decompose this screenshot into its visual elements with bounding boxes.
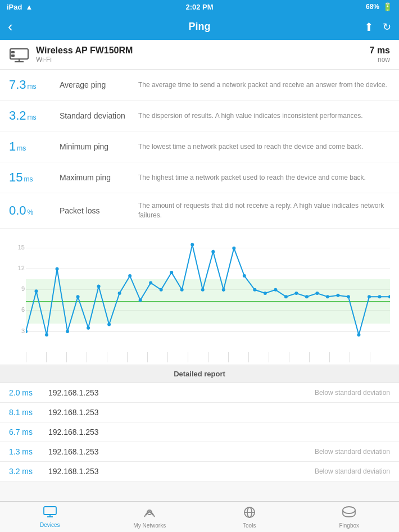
stat-desc: The lowest time a network packet used to… bbox=[138, 142, 390, 152]
report-row: 3.2 ms 192.168.1.253 Below standard devi… bbox=[0, 462, 399, 481]
chart-container: 1512963 bbox=[9, 234, 390, 352]
stat-num: 1 bbox=[9, 139, 16, 154]
device-type: Wi-Fi bbox=[36, 56, 133, 63]
device-right: 7 ms now bbox=[370, 46, 390, 63]
stat-label: Packet loss bbox=[60, 206, 138, 215]
svg-point-22 bbox=[201, 288, 205, 291]
stat-unit: ms bbox=[24, 175, 33, 183]
report-ms: 3.2 ms bbox=[9, 467, 48, 476]
report-tag: Below standard deviation bbox=[315, 389, 390, 397]
tab-label: Fingbox bbox=[339, 522, 359, 529]
svg-point-39 bbox=[378, 295, 381, 298]
status-bar: iPad ▲ 2:02 PM 68% 🔋 bbox=[0, 0, 399, 13]
x-tick bbox=[66, 352, 87, 362]
chart-y-label: 15 bbox=[9, 244, 25, 251]
stat-value: 1 ms bbox=[9, 139, 60, 154]
svg-point-33 bbox=[315, 292, 319, 295]
battery-label: 68% bbox=[366, 3, 379, 11]
stat-num: 0.0 bbox=[9, 203, 26, 218]
report-ms: 8.1 ms bbox=[9, 408, 48, 417]
svg-point-21 bbox=[191, 243, 194, 246]
carrier-label: iPad bbox=[7, 3, 22, 11]
report-row: 6.7 ms 192.168.1.253 bbox=[0, 422, 399, 442]
tab-item-tools[interactable]: Tools bbox=[200, 502, 300, 532]
tab-label: My Networks bbox=[133, 522, 166, 529]
tab-icon-my networks bbox=[143, 506, 156, 521]
svg-point-34 bbox=[326, 295, 329, 298]
stat-label: Standard deviation bbox=[60, 111, 138, 120]
report-ip: 192.168.1.253 bbox=[48, 447, 315, 456]
x-tick bbox=[46, 352, 66, 362]
stat-label: Maximum ping bbox=[60, 173, 138, 182]
stat-value: 0.0 % bbox=[9, 203, 60, 218]
svg-point-17 bbox=[149, 281, 152, 284]
svg-point-12 bbox=[97, 284, 101, 288]
x-tick bbox=[228, 352, 248, 362]
x-tick bbox=[350, 352, 370, 362]
svg-point-20 bbox=[180, 288, 184, 291]
tab-item-fingbox[interactable]: Fingbox bbox=[300, 502, 400, 532]
device-name: Wireless AP FW150RM bbox=[36, 46, 133, 56]
back-button[interactable]: ‹ bbox=[8, 18, 13, 35]
stat-value: 3.2 ms bbox=[9, 108, 60, 123]
report-ms: 6.7 ms bbox=[9, 428, 48, 436]
svg-point-31 bbox=[294, 292, 298, 295]
device-header: Wireless AP FW150RM Wi-Fi 7 ms now bbox=[0, 40, 399, 70]
stat-unit: ms bbox=[28, 83, 37, 90]
x-tick bbox=[248, 352, 269, 362]
tab-label: Devices bbox=[40, 522, 60, 528]
stat-row: 1 ms Minimum ping The lowest time a netw… bbox=[0, 131, 399, 162]
svg-point-8 bbox=[56, 267, 59, 270]
x-tick bbox=[26, 352, 46, 362]
stat-row: 15 ms Maximum ping The highest time a ne… bbox=[0, 162, 399, 193]
report-ms: 2.0 ms bbox=[9, 388, 48, 397]
report-row: 1.3 ms 192.168.1.253 Below standard devi… bbox=[0, 442, 399, 462]
svg-point-30 bbox=[284, 295, 288, 298]
report-rows: 2.0 ms 192.168.1.253 Below standard devi… bbox=[0, 383, 399, 481]
battery-icon: 🔋 bbox=[383, 2, 392, 11]
x-tick bbox=[329, 352, 350, 362]
chart-y-label: 9 bbox=[9, 285, 25, 292]
svg-point-26 bbox=[243, 274, 246, 278]
svg-point-40 bbox=[388, 295, 390, 298]
stat-desc: The dispersion of results. A high value … bbox=[138, 111, 390, 121]
report-row: 2.0 ms 192.168.1.253 Below standard devi… bbox=[0, 383, 399, 403]
report-row: 8.1 ms 192.168.1.253 bbox=[0, 403, 399, 422]
svg-point-18 bbox=[160, 288, 163, 291]
device-ping-time: now bbox=[370, 56, 390, 63]
stat-unit: ms bbox=[17, 144, 26, 152]
stats-section: 7.3 ms Average ping The average time to … bbox=[0, 70, 399, 229]
x-tick bbox=[107, 352, 127, 362]
share-icon[interactable]: ⬆ bbox=[364, 20, 374, 34]
svg-point-29 bbox=[274, 288, 277, 291]
tab-item-my-networks[interactable]: My Networks bbox=[100, 502, 200, 532]
svg-point-7 bbox=[45, 333, 48, 337]
svg-point-35 bbox=[336, 293, 339, 297]
wifi-icon: ▲ bbox=[25, 3, 33, 11]
tab-item-devices[interactable]: Devices bbox=[0, 502, 100, 532]
x-tick bbox=[87, 352, 107, 362]
x-tick bbox=[370, 352, 390, 362]
report-title: Detailed report bbox=[0, 365, 399, 383]
chart-svg bbox=[26, 234, 390, 352]
status-left: iPad ▲ bbox=[7, 3, 33, 11]
refresh-icon[interactable]: ↻ bbox=[383, 21, 391, 33]
svg-point-38 bbox=[368, 295, 371, 298]
stat-desc: The average time to send a network packe… bbox=[138, 80, 390, 90]
svg-rect-4 bbox=[11, 54, 15, 57]
x-tick bbox=[208, 352, 228, 362]
stat-row: 7.3 ms Average ping The average time to … bbox=[0, 70, 399, 101]
svg-point-16 bbox=[139, 298, 142, 302]
svg-point-28 bbox=[264, 292, 267, 295]
svg-point-27 bbox=[253, 288, 256, 291]
x-tick bbox=[269, 352, 289, 362]
nav-bar: ‹ Ping ⬆ ↻ bbox=[0, 13, 399, 40]
stat-num: 7.3 bbox=[9, 78, 26, 92]
report-tag: Below standard deviation bbox=[315, 448, 390, 456]
tab-icon-fingbox bbox=[341, 506, 357, 521]
stat-label: Minimum ping bbox=[60, 142, 138, 151]
x-tick bbox=[167, 352, 188, 362]
report-section: Detailed report 2.0 ms 192.168.1.253 Bel… bbox=[0, 365, 399, 501]
report-ip: 192.168.1.253 bbox=[48, 428, 390, 436]
stat-num: 3.2 bbox=[9, 108, 26, 123]
